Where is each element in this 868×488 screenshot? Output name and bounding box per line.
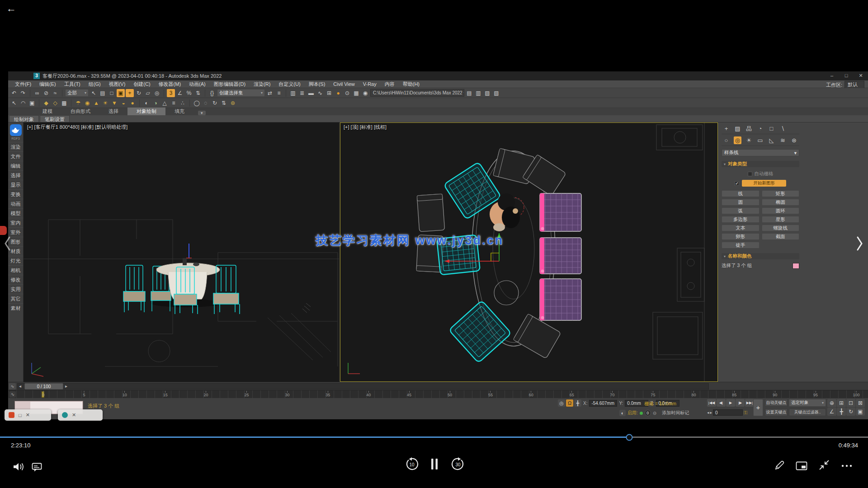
object-type-rollout[interactable]: ▾ 对象类型: [722, 161, 799, 167]
select-and-scale-icon[interactable]: ▱: [144, 89, 152, 97]
x-coordinate-field[interactable]: -54.607mm: [589, 400, 617, 407]
select-and-rotate-icon[interactable]: ↻: [135, 89, 143, 97]
layer-explorer-icon[interactable]: ≣: [298, 89, 306, 97]
menu-item-11[interactable]: 自定义(U): [274, 81, 304, 88]
more-options-button[interactable]: [841, 465, 853, 467]
spinner-snap-icon[interactable]: ⇅: [194, 89, 202, 97]
toolbar-extra-icon-3[interactable]: ▨: [483, 89, 491, 97]
cameras-icon[interactable]: ▭: [756, 136, 764, 144]
scatter-brush-icon[interactable]: ▩: [60, 99, 68, 107]
shape-button[interactable]: 螺旋线: [762, 225, 800, 231]
shape-button[interactable]: 椭圆: [762, 199, 800, 206]
percent-snap-icon[interactable]: %: [185, 89, 193, 97]
sidebar-item-7[interactable]: 动画: [8, 199, 23, 208]
paint-fill-icon[interactable]: ◠: [19, 99, 27, 107]
toolbar-extra-icon-2[interactable]: ▥: [474, 89, 482, 97]
redo-icon[interactable]: ↷: [19, 89, 27, 97]
ribbon-tab-3[interactable]: 选择: [99, 108, 127, 115]
paint-align-icon[interactable]: ◑: [151, 99, 160, 107]
spacing-icon[interactable]: ≡: [170, 99, 178, 107]
hierarchy-tab-icon[interactable]: 品: [745, 125, 753, 132]
close-icon[interactable]: ✕: [26, 412, 30, 418]
menu-item-16[interactable]: 帮助(H): [399, 81, 424, 88]
display-tab-icon[interactable]: □: [768, 125, 775, 132]
object-name-field[interactable]: 选择了 3 个 组: [722, 263, 752, 269]
sidebar-item-6[interactable]: 变换: [8, 189, 23, 199]
snaps-toggle-icon[interactable]: 3: [167, 89, 175, 97]
toolbar-extra-icon-1[interactable]: ▤: [465, 89, 473, 97]
video-progress-bar[interactable]: [0, 436, 868, 439]
menu-item-10[interactable]: 渲染(R): [250, 81, 274, 88]
progress-handle[interactable]: [626, 434, 633, 441]
material-editor-icon[interactable]: ●: [334, 89, 342, 97]
select-and-link-icon[interactable]: ∞: [33, 89, 41, 97]
start-new-shape-button[interactable]: 开始新图形: [742, 180, 786, 187]
open-mini-curve-editor-icon[interactable]: ∿: [9, 391, 16, 398]
render-production-icon[interactable]: ◉: [361, 89, 369, 97]
perspective-viewport[interactable]: [+] [客厅餐厅1 800*480] [标准] [默认明暗处理]: [24, 122, 339, 382]
play-icon[interactable]: ▶: [726, 399, 735, 407]
unlink-selection-icon[interactable]: ⊘: [42, 89, 50, 97]
rewind-10-button[interactable]: 10: [405, 457, 419, 471]
paint-scene-icon[interactable]: ▣: [28, 99, 36, 107]
align-normal-icon[interactable]: △: [160, 99, 169, 107]
toolbar-extra-icon-4[interactable]: ▧: [492, 89, 500, 97]
sidebar-item-4[interactable]: 选择: [8, 170, 23, 180]
sidebar-item-18[interactable]: 素材: [8, 303, 23, 313]
teapot-prop-icon[interactable]: ◒: [119, 99, 127, 107]
zoom-all-icon[interactable]: ⊞: [837, 399, 846, 407]
select-brush-icon[interactable]: ↖: [10, 99, 18, 107]
viewport-label-right[interactable]: [+] [顶] [标准] [线框]: [344, 124, 387, 131]
light-prop-icon[interactable]: ☀: [101, 99, 109, 107]
sidebar-item-15[interactable]: 修改: [8, 275, 23, 284]
mirror-icon[interactable]: ⇄: [266, 89, 274, 97]
sidebar-item-14[interactable]: 相机: [8, 265, 23, 275]
project-path-field[interactable]: C:\Users\HiWin11\Documents\3ds Max 2022 …: [370, 89, 464, 97]
sidebar-item-17[interactable]: 其它: [8, 294, 23, 303]
track-bar[interactable]: ∿ 05101520253035404550556065707580859095…: [8, 390, 868, 398]
space-warps-icon[interactable]: ≋: [779, 136, 787, 144]
shape-button[interactable]: 文本: [722, 225, 760, 231]
ribbon-tab-2[interactable]: 自由形式: [61, 108, 99, 115]
plant-prop-icon[interactable]: ▲: [92, 99, 100, 107]
zoom-extents-all-icon[interactable]: ⊠: [856, 399, 865, 407]
offset-mode-icon[interactable]: ╋: [574, 399, 581, 407]
bind-to-space-warp-icon[interactable]: ≈: [51, 89, 59, 97]
sidebar-item-2[interactable]: 文件: [8, 151, 23, 161]
mini-player-button[interactable]: [796, 461, 807, 470]
schematic-view-icon[interactable]: ⊞: [325, 89, 333, 97]
shape-button[interactable]: 圆: [722, 199, 760, 206]
taskbar-thumbnail-1[interactable]: □ ✕: [5, 409, 51, 421]
scene-explorer-icon[interactable]: ▥: [289, 89, 297, 97]
create-tab-icon[interactable]: +: [722, 125, 730, 132]
time-slider-handle[interactable]: 0 / 100: [24, 383, 63, 389]
fov-icon[interactable]: ∠: [827, 408, 836, 416]
key-filter-dropdown[interactable]: 选定对象 ▾: [789, 399, 826, 407]
shape-button[interactable]: 徒手: [722, 242, 760, 249]
motion-tab-icon[interactable]: ◔: [756, 125, 764, 132]
ribbon-tab-4[interactable]: 对象绘制: [127, 108, 165, 115]
go-to-end-icon[interactable]: ▶▶|: [745, 399, 754, 407]
frame-number-field[interactable]: 0: [713, 409, 743, 416]
menu-item-9[interactable]: 图形编辑器(D): [210, 81, 250, 88]
add-time-tag[interactable]: 添加时间标记: [662, 410, 689, 416]
shape-button[interactable]: 线: [722, 190, 760, 197]
subtitles-button[interactable]: [32, 462, 42, 472]
top-viewport[interactable]: [+] [顶] [标准] [线框]: [340, 122, 718, 382]
previous-video-chevron[interactable]: [4, 236, 11, 251]
sidebar-item-3[interactable]: 编辑: [8, 161, 23, 170]
exit-fullscreen-button[interactable]: [818, 459, 830, 471]
menu-item-2[interactable]: 编辑(E): [35, 81, 60, 88]
mini-curve-editor-icon[interactable]: ∿: [9, 383, 16, 389]
next-video-chevron[interactable]: [856, 236, 863, 251]
shape-button[interactable]: 截面: [762, 233, 800, 240]
key-filters-button[interactable]: 关键点过滤器..: [789, 408, 826, 416]
shapes-icon[interactable]: ◎: [734, 136, 741, 144]
select-object-icon[interactable]: ↖: [90, 89, 98, 97]
maximize-viewport-icon[interactable]: ▣: [856, 408, 865, 416]
orbit-icon[interactable]: ↻: [846, 408, 855, 416]
ribbon-subtab-1[interactable]: 绘制对象: [9, 115, 39, 122]
sidebar-item-13[interactable]: 灯光: [8, 256, 23, 265]
plugin-logo-icon[interactable]: [10, 124, 22, 136]
autogrid-checkbox[interactable]: [748, 172, 752, 176]
